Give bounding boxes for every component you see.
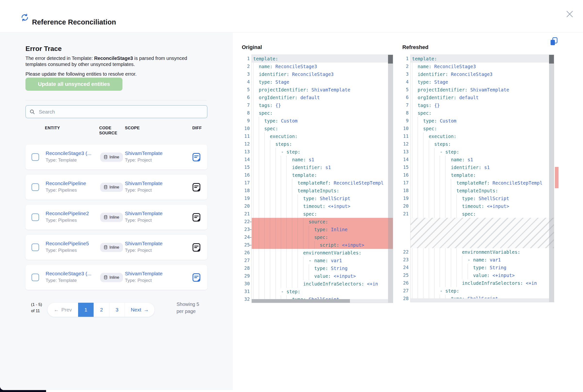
page-button-2[interactable]: 2 [94, 303, 109, 317]
entity-type: Type: Pipelines [45, 247, 89, 254]
scope-link[interactable]: ShivamTemplate [125, 240, 162, 247]
row-checkbox[interactable] [31, 214, 39, 221]
line-number: 27 [399, 287, 409, 294]
line-number: 25– [241, 241, 250, 249]
prev-button[interactable]: ←Prev [47, 303, 78, 317]
diff-document-icon [192, 273, 201, 282]
column-header-diff: DIFF [192, 126, 202, 130]
search-input[interactable] [38, 109, 203, 115]
table-row: ReconcilePipelineType: PipelinesInlineSh… [25, 175, 207, 200]
diff-icon-button[interactable] [192, 213, 201, 222]
code-line: type: ShellScript [411, 194, 554, 202]
code-source-cell: Inline [98, 175, 125, 200]
entity-link[interactable]: ReconcilePipeline5 [45, 240, 89, 247]
entity-type: Type: Pipelines [45, 217, 89, 224]
code-line: spec: [411, 210, 554, 218]
database-icon [104, 215, 107, 219]
code-line: type: String [411, 264, 554, 272]
table-row: ReconcileStage3 (...Type: TemplateInline… [25, 265, 207, 290]
code-line: environmentVariables: [411, 248, 554, 256]
horizontal-scrollbar[interactable] [252, 299, 388, 303]
code-line: name: s1 [411, 156, 554, 164]
row-checkbox[interactable] [31, 244, 39, 251]
page-button-3[interactable]: 3 [109, 303, 125, 317]
table-row: ReconcilePipeline2Type: PipelinesInlineS… [25, 205, 207, 230]
line-number: 14 [399, 156, 409, 163]
diff-icon-button[interactable] [192, 243, 201, 252]
scope-link[interactable]: ShivamTemplate [125, 270, 162, 277]
line-number: 19 [399, 194, 409, 202]
line-number: 1 [241, 54, 250, 62]
close-icon[interactable] [566, 10, 573, 18]
scrollbar-thumb[interactable] [388, 55, 393, 64]
vertical-scrollbar[interactable] [549, 55, 554, 302]
line-number: 12 [399, 140, 409, 148]
entity-link[interactable]: ReconcilePipeline2 [45, 210, 89, 217]
diff-document-icon [192, 183, 201, 192]
entity-link[interactable]: ReconcileStage3 (... [45, 270, 91, 277]
code-line: timeout: <+input> [411, 202, 554, 210]
original-title: Original [242, 44, 262, 50]
vertical-scrollbar[interactable] [388, 55, 393, 303]
line-number: 6 [399, 94, 409, 101]
copy-icon[interactable] [550, 37, 558, 46]
scope-cell: ShivamTemplateType: Project [125, 270, 162, 284]
reconcile-sync-icon [20, 13, 29, 22]
line-number: 8 [399, 109, 409, 117]
badge-label: Inline [109, 215, 119, 220]
line-number: 13 [399, 148, 409, 156]
scope-link[interactable]: ShivamTemplate [125, 210, 162, 217]
line-number: 32 [241, 295, 250, 303]
line-number: 10 [241, 124, 250, 132]
line-number: 7 [399, 101, 409, 109]
code-line: execution: [252, 132, 393, 140]
code-line: source: [252, 218, 393, 226]
line-number: 4 [399, 78, 409, 86]
horizontal-scrollbar[interactable] [411, 298, 549, 302]
line-number: 4 [241, 78, 250, 86]
diff-icon-button[interactable] [192, 153, 201, 162]
scope-link[interactable]: ShivamTemplate [125, 180, 162, 187]
code-line: spec: [252, 210, 393, 218]
column-header-entity: ENTITY [45, 126, 60, 130]
row-checkbox[interactable] [31, 184, 39, 191]
search-box [25, 105, 207, 118]
error-instruction: Please update the following entities to … [25, 71, 193, 77]
row-checkbox[interactable] [31, 274, 39, 281]
original-gutter: 12345678910111213141516171819202122–23–2… [241, 54, 250, 303]
scope-link[interactable]: ShivamTemplate [125, 150, 162, 157]
column-header-scope: SCOPE [125, 126, 140, 130]
line-number: 11 [399, 132, 409, 140]
line-number: 1 [399, 54, 409, 62]
line-number: 18 [241, 186, 250, 194]
pagination-range: (1 - 5) of 11 [31, 302, 44, 314]
diff-document-icon [192, 153, 201, 162]
line-number: 25 [399, 271, 409, 279]
scrollbar-thumb[interactable] [549, 55, 554, 64]
table-header-row: ENTITY CODE SOURCE SCOPE DIFF [25, 126, 207, 140]
row-checkbox[interactable] [31, 153, 39, 161]
page-button-1[interactable]: 1 [78, 303, 94, 317]
diff-icon-button[interactable] [192, 183, 201, 192]
code-line: projectIdentifier: ShivamTemplate [252, 86, 393, 94]
update-all-unsynced-button[interactable]: Update all unsynced entities [25, 78, 122, 91]
scrollbar-thumb[interactable] [252, 299, 350, 303]
entity-link[interactable]: ReconcilePipeline [45, 180, 86, 187]
code-line: type: Custom [411, 117, 554, 125]
line-number: 21 [241, 210, 250, 218]
database-icon [104, 185, 107, 189]
code-line: type: ShellScript [252, 194, 393, 202]
code-line: environmentVariables: [252, 249, 393, 257]
line-number: 27 [241, 256, 250, 264]
line-number: 19 [241, 194, 250, 202]
database-icon [104, 155, 107, 159]
page-size-note: Showing 5 per page [176, 301, 202, 315]
modal-header: Reference Reconciliation [0, 0, 583, 32]
next-button[interactable]: Next→ [125, 303, 154, 317]
line-number: 16 [399, 171, 409, 179]
line-number: 3 [241, 70, 250, 78]
line-number: 26 [241, 249, 250, 256]
entity-link[interactable]: ReconcileStage3 (... [45, 150, 91, 157]
diff-icon-button[interactable] [192, 273, 201, 282]
code-source-cell: Inline [98, 265, 125, 290]
